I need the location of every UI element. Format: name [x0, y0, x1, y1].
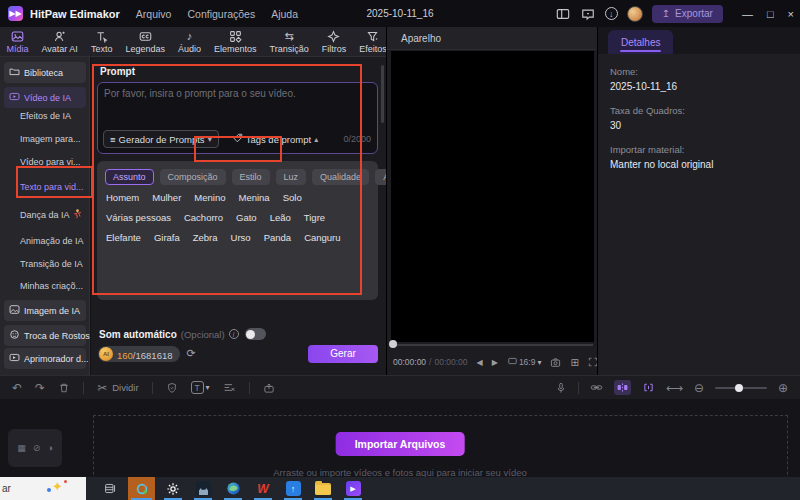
maximize-button[interactable]: □ — [767, 8, 774, 20]
grid-icon[interactable]: ⊞ — [570, 357, 578, 368]
prompt-textarea[interactable] — [104, 88, 371, 126]
auto-ripple-icon[interactable] — [614, 380, 631, 395]
sidebar-item-imagem-de-ia[interactable]: Imagem de IA — [4, 300, 86, 321]
redo-icon[interactable]: ↷ — [35, 381, 45, 395]
prompt-generator-button[interactable]: ≡ Gerador de Prompts ▾ — [103, 130, 219, 148]
tab-texto[interactable]: Texto — [84, 27, 119, 57]
sidebar-item-texto-para-video[interactable]: Texto para vid... — [20, 182, 84, 192]
remove-tracks-icon[interactable] — [223, 381, 236, 394]
scrollbar[interactable] — [381, 65, 384, 123]
layout-panels-icon[interactable] — [555, 6, 571, 22]
link-clips-icon[interactable] — [590, 381, 603, 394]
wps-office-icon[interactable]: W — [251, 477, 275, 500]
fit-timeline-icon[interactable]: ⟷ — [666, 381, 683, 395]
tag-item[interactable]: Homem — [106, 192, 139, 203]
tab-filtros[interactable]: Filtros — [315, 27, 353, 57]
sidebar-item-video-de-ia[interactable]: Vídeo de IA — [4, 87, 86, 108]
tag-item[interactable]: Cachorro — [184, 212, 223, 223]
file-explorer-icon[interactable] — [311, 477, 335, 500]
tag-item[interactable]: Urso — [231, 232, 251, 243]
export-clip-icon[interactable] — [263, 382, 275, 394]
tag-item[interactable]: Solo — [283, 192, 302, 203]
tag-item[interactable]: Mulher — [152, 192, 181, 203]
tag-category-qualidade[interactable]: Qualidade — [312, 169, 369, 185]
track-lock-icon[interactable]: ◑ — [47, 443, 52, 453]
task-view-icon[interactable] — [98, 477, 122, 500]
text-tool-button[interactable]: T ▾ — [191, 381, 210, 394]
track-hide-icon[interactable]: ⊘ — [33, 443, 41, 453]
export-button[interactable]: ↥ Exportar — [652, 5, 723, 23]
tag-category-estilo[interactable]: Estilo — [232, 169, 270, 185]
tag-item[interactable]: Elefante — [106, 232, 141, 243]
zoom-out-icon[interactable]: ⊖ — [694, 381, 704, 395]
tab-audio[interactable]: ♪ Áudio — [171, 27, 207, 57]
refresh-icon[interactable]: ⟳ — [186, 347, 195, 360]
tag-item[interactable]: Várias pessoas — [106, 212, 171, 223]
prompt-tags-button[interactable]: Tags de prompt ▴ — [233, 133, 319, 145]
taskbar-search[interactable]: ar ✦ — [0, 477, 86, 500]
snapshot-icon[interactable] — [550, 357, 561, 368]
menu-arquivo[interactable]: Arquivo — [136, 8, 172, 20]
delete-icon[interactable] — [58, 382, 70, 394]
settings-app-icon[interactable] — [161, 477, 185, 500]
split-preview-icon[interactable] — [642, 381, 655, 394]
preview-scrubber[interactable] — [391, 344, 593, 346]
tag-category-assunto[interactable]: Assunto — [105, 169, 154, 185]
previous-frame-button[interactable]: ◀ — [477, 358, 483, 367]
sidebar-item-aprimorador[interactable]: Aprimorador d... — [4, 348, 86, 369]
generate-button[interactable]: Gerar — [308, 345, 378, 363]
zoom-in-icon[interactable]: ⊕ — [778, 381, 788, 395]
sidebar-item-imagem-para[interactable]: Imagem para... — [20, 134, 81, 144]
tab-transicao[interactable]: ⇆ Transição — [263, 27, 315, 57]
edge-browser-icon[interactable] — [221, 477, 245, 500]
aspect-ratio-button[interactable]: 16:9 ▾ — [508, 357, 542, 367]
tag-item[interactable]: Menina — [238, 192, 269, 203]
timeline-zoom-slider[interactable] — [715, 387, 767, 389]
menu-configuracoes[interactable]: Configurações — [187, 8, 255, 20]
sidebar-item-video-para[interactable]: Vídeo para vi... — [20, 157, 81, 167]
tag-item[interactable]: Girafa — [154, 232, 180, 243]
download-icon[interactable]: ↓ — [605, 7, 618, 20]
tag-item[interactable]: Gato — [236, 212, 257, 223]
sidebar-item-biblioteca[interactable]: Biblioteca — [4, 62, 86, 83]
sidebar-item-minhas-criacoes[interactable]: Minhas criaçõ... — [20, 281, 83, 291]
import-files-button[interactable]: Importar Arquivos — [336, 432, 465, 456]
scrubber-knob[interactable] — [389, 340, 397, 348]
tag-category-composicao[interactable]: Composição — [160, 169, 226, 185]
tab-elementos[interactable]: Elementos — [207, 27, 263, 57]
tab-avatar-ai[interactable]: Avatar AI — [35, 27, 84, 57]
tag-item[interactable]: Tigre — [304, 212, 325, 223]
tag-category-luz[interactable]: Luz — [276, 169, 307, 185]
close-button[interactable]: × — [788, 8, 794, 20]
hitpaw-app-icon[interactable]: ▶ — [341, 477, 365, 500]
auto-sound-toggle[interactable] — [245, 328, 266, 340]
sidebar-item-animacao-de-ia[interactable]: Animação de IA — [20, 236, 84, 246]
tag-item[interactable]: Menino — [194, 192, 225, 203]
sidebar-item-transicao-de-ia[interactable]: Transição de IA — [20, 259, 83, 269]
tab-detalhes[interactable]: Detalhes — [608, 30, 673, 54]
undo-icon[interactable]: ↶ — [12, 381, 22, 395]
sidebar-item-efeitos-de-ia[interactable]: Efeitos de IA — [20, 111, 71, 121]
tag-item[interactable]: Zebra — [193, 232, 218, 243]
tab-midia[interactable]: Mídia — [0, 27, 35, 57]
microphone-icon[interactable] — [555, 382, 567, 394]
sidebar-item-danca-da-ia[interactable]: Dança da IA — [20, 209, 82, 221]
split-label[interactable]: Dividir — [112, 382, 138, 393]
video-preview[interactable] — [391, 51, 594, 342]
shield-icon[interactable] — [166, 382, 178, 394]
split-icon[interactable]: ✂ — [97, 381, 107, 395]
user-avatar[interactable] — [627, 6, 643, 22]
tag-item[interactable]: Leão — [270, 212, 291, 223]
play-button[interactable]: ▶ — [492, 358, 498, 367]
tag-item[interactable]: Canguru — [304, 232, 340, 243]
docs-app-icon[interactable]: ↑ — [281, 477, 305, 500]
menu-ajuda[interactable]: Ajuda — [271, 8, 298, 20]
sidebar-item-troca-de-rostos[interactable]: Troca de Rostos — [4, 325, 86, 346]
minimize-button[interactable]: — — [742, 8, 753, 20]
feedback-icon[interactable] — [580, 6, 596, 22]
dev-app-icon[interactable] — [191, 477, 215, 500]
screen-recorder-app-icon[interactable] — [128, 477, 155, 500]
tag-item[interactable]: Panda — [264, 232, 291, 243]
tab-legendas[interactable]: Legendas — [119, 27, 172, 57]
zoom-slider-knob[interactable] — [735, 384, 743, 392]
